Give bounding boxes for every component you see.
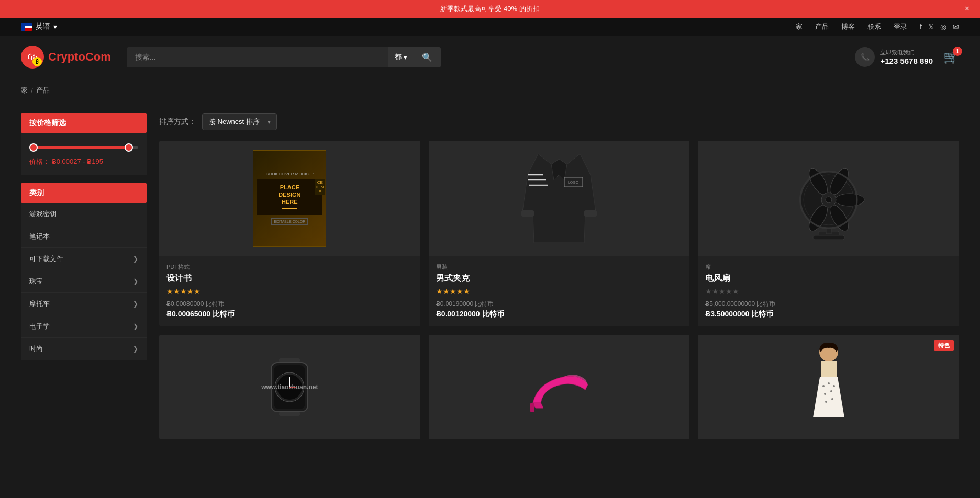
jacket-svg: LOGO <box>517 149 601 248</box>
sidebar: 按价格筛选 价格： Ƀ0.00027 - Ƀ195 类别 游戏密钥 <box>21 113 147 439</box>
price-filter-section: 按价格筛选 价格： Ƀ0.00027 - Ƀ195 <box>21 113 147 175</box>
svg-point-18 <box>826 197 832 203</box>
category-jewelry[interactable]: 珠宝 ❯ <box>21 270 147 293</box>
product-info: PDF格式 设计书 ★★★★★ Ƀ0.00080000 比特币 Ƀ0.00065… <box>159 256 420 326</box>
sort-label: 排序方式： <box>159 117 196 127</box>
product-card[interactable]: LOGO 男装 男式夹克 ★★★★★ Ƀ0.00190000 比特币 Ƀ0.00… <box>429 141 690 326</box>
product-card[interactable]: www.tiaozhuan.net <box>159 335 420 439</box>
nav-login[interactable]: 登录 <box>894 22 907 31</box>
product-stars: ★★★★★ <box>705 287 952 296</box>
sort-select[interactable]: 按 Newnest 排序 价格从低到高 价格从高到低 <box>202 113 277 130</box>
dress-svg <box>795 339 863 436</box>
flag-icon <box>21 23 32 31</box>
chevron-down-icon: ▾ <box>404 53 407 61</box>
category-title: 类别 <box>21 183 147 203</box>
nav-home[interactable]: 家 <box>796 22 803 31</box>
product-name: 男式夹克 <box>436 273 683 284</box>
nav-blog[interactable]: 博客 <box>841 22 855 31</box>
product-card[interactable]: 席 电风扇 ★★★★★ Ƀ5,000.00000000 比特币 Ƀ3.50000… <box>698 141 959 326</box>
price-current: Ƀ0.00065000 比特币 <box>166 310 413 319</box>
logo-text: CryptoCom <box>48 50 111 64</box>
logo[interactable]: 🛍 CryptoCom <box>21 46 111 69</box>
product-image: BOOK COVER MOCKUP PLACEDESIGNHERE CEIGNE… <box>159 141 420 256</box>
language-selector[interactable]: 英语 ▾ <box>21 22 57 31</box>
product-name: 设计书 <box>166 273 413 284</box>
breadcrumb-current: 产品 <box>36 86 50 95</box>
chevron-down-icon: ❯ <box>133 278 138 285</box>
phone-number: +123 5678 890 <box>880 56 933 65</box>
phone-icon: 📞 <box>855 47 875 67</box>
main-layout: 按价格筛选 价格： Ƀ0.00027 - Ƀ195 类别 游戏密钥 <box>0 103 980 450</box>
svg-rect-21 <box>279 412 300 416</box>
product-card[interactable]: BOOK COVER MOCKUP PLACEDESIGNHERE CEIGNE… <box>159 141 420 326</box>
product-info: 席 电风扇 ★★★★★ Ƀ5,000.00000000 比特币 Ƀ3.50000… <box>698 256 959 326</box>
nav-products[interactable]: 产品 <box>815 22 829 31</box>
product-category: 男装 <box>436 263 683 271</box>
breadcrumb-home[interactable]: 家 <box>21 86 28 95</box>
svg-point-37 <box>831 398 833 400</box>
category-motorcycle[interactable]: 摩托车 ❯ <box>21 293 147 315</box>
top-banner: 新季款式最高可享受 40% 的折扣 × <box>0 0 980 18</box>
product-image: www.tiaozhuan.net <box>159 335 420 439</box>
search-button[interactable]: 🔍 <box>414 47 441 67</box>
watermark-text: www.tiaozhuan.net <box>261 383 318 391</box>
chevron-down-icon: ▾ <box>53 22 57 31</box>
close-icon[interactable]: × <box>965 4 970 14</box>
svg-point-35 <box>830 390 832 392</box>
product-category: PDF格式 <box>166 263 413 271</box>
svg-rect-6 <box>584 210 597 217</box>
svg-point-36 <box>825 401 827 403</box>
category-electronics[interactable]: 电子学 ❯ <box>21 315 147 338</box>
category-list: 游戏密钥 笔记本 可下载文件 ❯ 珠宝 ❯ 摩托车 ❯ 电子 <box>21 203 147 360</box>
second-row-products: www.tiaozhuan.net <box>159 335 959 439</box>
product-card[interactable] <box>429 335 690 439</box>
svg-point-33 <box>833 385 835 387</box>
header: 🛍 CryptoCom 都 ▾ 🔍 📞 立即致电我们 +123 5678 890… <box>0 36 980 78</box>
search-input[interactable] <box>127 48 388 66</box>
phone-label: 立即致电我们 <box>880 49 933 56</box>
fan-svg <box>789 153 868 244</box>
sort-select-wrapper: 按 Newnest 排序 价格从低到高 价格从高到低 <box>202 113 277 130</box>
banner-text: 新季款式最高可享受 40% 的折扣 <box>440 5 539 13</box>
logo-icon: 🛍 <box>21 46 44 69</box>
svg-rect-28 <box>530 403 534 412</box>
instagram-icon[interactable]: ◎ <box>940 22 946 31</box>
product-image <box>429 335 690 439</box>
price-current: Ƀ0.00120000 比特币 <box>436 310 683 319</box>
product-name: 电风扇 <box>705 273 952 284</box>
chevron-down-icon: ❯ <box>133 345 138 353</box>
product-badge: 特色 <box>934 340 954 351</box>
fan-image <box>787 149 871 248</box>
cart-badge: 1 <box>953 47 962 56</box>
email-icon[interactable]: ✉ <box>953 22 959 31</box>
cart-button[interactable]: 🛒 1 <box>943 50 959 64</box>
category-fashion[interactable]: 时尚 ❯ <box>21 338 147 360</box>
category-downloads[interactable]: 可下载文件 ❯ <box>21 248 147 270</box>
facebook-icon[interactable]: f <box>920 22 922 31</box>
product-stars: ★★★★★ <box>166 287 413 296</box>
price-slider-track <box>29 146 138 149</box>
product-image: LOGO <box>429 141 690 256</box>
header-right: 📞 立即致电我们 +123 5678 890 🛒 1 <box>855 47 959 67</box>
search-bar: 都 ▾ 🔍 <box>127 47 441 67</box>
book-cover-image: BOOK COVER MOCKUP PLACEDESIGNHERE CEIGNE… <box>253 150 326 247</box>
category-label: 摩托车 <box>29 299 50 309</box>
search-category-selector[interactable]: 都 ▾ <box>388 47 414 67</box>
price-original: Ƀ5,000.00000000 比特币 <box>705 300 952 309</box>
breadcrumb: 家 / 产品 <box>0 78 980 103</box>
twitter-icon[interactable]: 𝕏 <box>928 22 934 31</box>
price-original: Ƀ0.00080000 比特币 <box>166 300 413 309</box>
nav-contact[interactable]: 联系 <box>867 22 881 31</box>
product-image <box>698 141 959 256</box>
sort-bar: 排序方式： 按 Newnest 排序 价格从低到高 价格从高到低 <box>159 113 959 130</box>
svg-text:LOGO: LOGO <box>568 180 579 184</box>
jacket-image: LOGO <box>512 146 606 251</box>
product-card[interactable]: 特色 <box>698 335 959 439</box>
price-slider-max-thumb[interactable] <box>125 143 133 152</box>
price-slider-min-thumb[interactable] <box>29 143 38 152</box>
phone-text: 立即致电我们 +123 5678 890 <box>880 49 933 65</box>
category-game-keys[interactable]: 游戏密钥 <box>21 203 147 225</box>
category-notebook[interactable]: 笔记本 <box>21 225 147 248</box>
top-nav-links: 家 产品 博客 联系 登录 f 𝕏 ◎ ✉ <box>796 22 959 31</box>
product-price: Ƀ0.00190000 比特币 Ƀ0.00120000 比特币 <box>436 300 683 319</box>
